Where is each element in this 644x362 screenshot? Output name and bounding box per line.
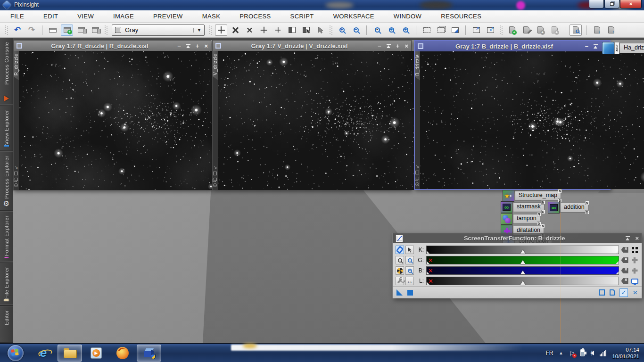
slider-handle[interactable] <box>520 260 525 264</box>
toolbar-grip[interactable] <box>330 25 332 35</box>
reset-g-button[interactable] <box>620 256 629 264</box>
zoom-in-button[interactable]: + <box>405 256 414 264</box>
slider-handle[interactable] <box>520 271 525 274</box>
menu-process[interactable]: PROCESS <box>239 13 271 20</box>
redo-button[interactable]: ↷ <box>25 25 38 36</box>
menu-preview[interactable]: PREVIEW <box>153 13 183 20</box>
screen-window-button[interactable] <box>286 25 298 36</box>
start-button[interactable] <box>8 345 24 361</box>
menu-edit[interactable]: EDIT <box>43 13 58 20</box>
screen-l-button[interactable] <box>630 277 639 285</box>
grid-k-button[interactable] <box>630 246 639 254</box>
process-explorer-button[interactable] <box>570 25 582 36</box>
zoom-out-button[interactable]: − <box>350 25 362 36</box>
target-icon[interactable] <box>14 183 18 187</box>
zoom-fit-button[interactable]: + <box>399 25 412 36</box>
maximize-button[interactable]: + <box>196 42 199 49</box>
toolbar-grip[interactable] <box>5 25 8 35</box>
zoom-out-button[interactable]: − <box>405 266 414 275</box>
menu-resources[interactable]: RESOURCES <box>441 13 481 20</box>
clock[interactable]: 07:14 10/01/2021 <box>612 346 639 360</box>
battery-icon[interactable] <box>580 349 585 356</box>
taskbar-item-firefox[interactable] <box>110 345 135 362</box>
slider-handle[interactable] <box>520 281 525 285</box>
grid-b-button[interactable] <box>630 266 639 275</box>
pan-mode-button[interactable] <box>257 25 270 36</box>
reset-k-button[interactable] <box>620 246 629 254</box>
sidebar-item-process-console[interactable]: Process Console <box>0 38 13 105</box>
reset-b-button[interactable] <box>620 266 629 275</box>
image-window-titlebar[interactable]: Gray 1:7 B_drizzle | B_drizzle.xisf − + <box>415 41 610 51</box>
volume-icon[interactable] <box>590 351 594 355</box>
new-process-button[interactable]: + <box>506 25 518 36</box>
stf-slider-g[interactable]: ✕ <box>426 256 619 264</box>
browse-doc-icon[interactable] <box>610 289 615 296</box>
view-tab[interactable]: V_drizzle <box>213 51 218 80</box>
close-button[interactable]: × <box>204 42 208 49</box>
fit-window-button[interactable] <box>484 25 496 36</box>
close-button[interactable]: × <box>620 0 642 8</box>
taskbar-item-media-player[interactable]: ▶ <box>84 345 108 362</box>
new-instance-marker[interactable]: N <box>541 224 545 228</box>
network-icon[interactable] <box>600 350 606 356</box>
new-instance-marker[interactable]: N <box>558 189 562 193</box>
layers-icon[interactable] <box>214 178 217 181</box>
menu-window[interactable]: WINDOW <box>394 13 421 20</box>
resize-window-button[interactable] <box>470 25 482 36</box>
taskbar-item-pixinsight[interactable] <box>137 345 161 362</box>
sidebar-item-format-explorer[interactable]: Format Explorer <box>0 211 13 262</box>
process-icon-addition[interactable]: ∞ addition N D <box>548 202 588 214</box>
shade-button[interactable] <box>626 236 630 240</box>
zoom-custom-button[interactable]: • <box>371 25 383 36</box>
output-files-button[interactable]: ↑ <box>605 25 617 36</box>
minimize-button[interactable]: − <box>589 0 604 8</box>
select-window-button[interactable] <box>300 25 312 36</box>
view-tab[interactable]: B_drizzle <box>415 51 420 81</box>
zoom-corner-icon[interactable]: ↘ <box>213 165 217 169</box>
pointer-button[interactable] <box>314 25 326 36</box>
menu-workspace[interactable]: WORKSPACE <box>333 13 374 20</box>
setup-button[interactable] <box>396 277 404 285</box>
stf-slider-k[interactable] <box>426 246 619 254</box>
duplicate-preview-button[interactable] <box>435 25 447 36</box>
process-icon-tampon[interactable]: tampon N D <box>501 213 540 225</box>
hidden-icons-button[interactable]: ▲ <box>559 351 563 355</box>
image-window-v-drizzle[interactable]: Gray 1:7 V_drizzle | V_drizzle.xisf − + … <box>212 40 412 190</box>
frame-icon[interactable] <box>213 172 217 175</box>
layers-icon[interactable] <box>416 177 419 180</box>
rename-view-button[interactable] <box>47 25 59 36</box>
shrink-dialog-icon[interactable]: ✕ <box>633 289 638 296</box>
frame-icon[interactable] <box>14 172 18 175</box>
track-view-icon[interactable] <box>396 289 403 296</box>
frame-icon[interactable] <box>415 171 419 174</box>
drag-marker[interactable]: D <box>585 210 589 214</box>
center-view-button[interactable] <box>272 25 284 36</box>
new-instance-marker[interactable]: N <box>537 212 541 216</box>
grid-g-button[interactable] <box>630 256 639 264</box>
reset-l-button[interactable] <box>620 277 629 285</box>
taskbar-item-explorer[interactable] <box>58 345 82 362</box>
toolbar-grip[interactable] <box>105 25 107 35</box>
stf-dialog[interactable]: ScreenTransferFunction: B_drizzle × K: +… <box>392 233 642 298</box>
toolbar-grip[interactable] <box>209 25 212 35</box>
shade-button[interactable] <box>387 44 391 48</box>
iconized-window-ha-drizzle[interactable]: XISF Ha_drizzle <box>602 42 644 54</box>
preview-corner-button[interactable] <box>449 25 461 36</box>
new-preview-button[interactable] <box>421 25 433 36</box>
taskbar-item-internet-explorer[interactable]: e <box>31 345 56 362</box>
slider-handle[interactable] <box>520 250 525 254</box>
stop-icon[interactable] <box>407 290 413 296</box>
stf-slider-l[interactable]: ✕ <box>426 277 619 285</box>
drag-marker[interactable]: D <box>541 210 545 214</box>
maximize-button[interactable]: + <box>396 42 400 49</box>
target-icon[interactable] <box>213 183 217 187</box>
new-instance-marker[interactable]: N <box>541 200 545 205</box>
zoom-small-button[interactable] <box>396 256 404 264</box>
zoom-corner-icon[interactable]: ↘ <box>14 165 18 169</box>
link-rgb-button[interactable] <box>396 246 404 254</box>
restore-button[interactable] <box>604 0 619 8</box>
menu-mask[interactable]: MASK <box>202 13 220 20</box>
close-button[interactable]: × <box>635 235 639 242</box>
menu-view[interactable]: VIEW <box>77 13 94 20</box>
starfield-image[interactable] <box>420 51 644 189</box>
